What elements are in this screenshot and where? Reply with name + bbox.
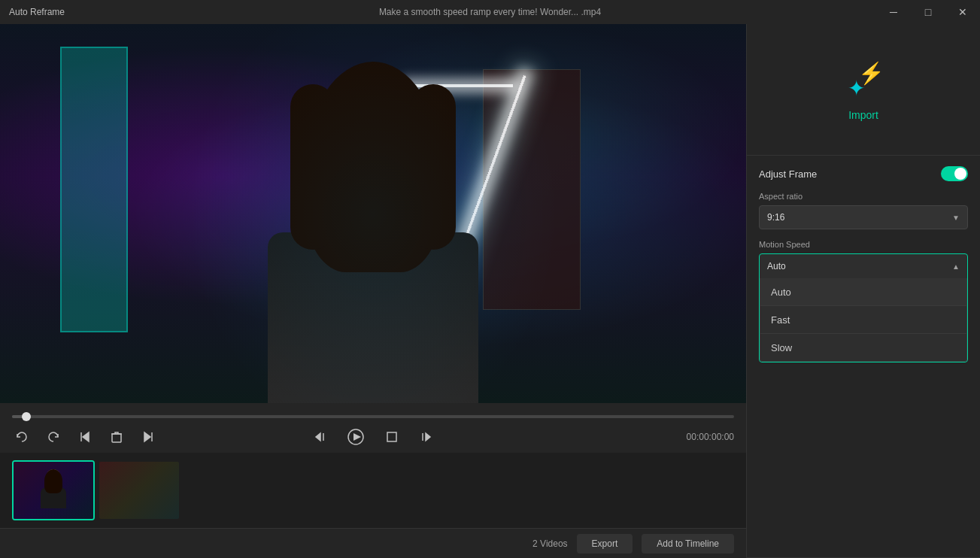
svg-marker-5 (144, 432, 150, 441)
playback-area: 00:00:00:00 (0, 403, 746, 453)
import-icon-front: ✦ (841, 73, 871, 103)
bottom-bar: 2 Videos Export Add to Timeline (0, 528, 746, 558)
delete-button[interactable] (107, 427, 126, 447)
titlebar: Auto Reframe Make a smooth speed ramp ev… (0, 0, 980, 24)
timeline-area (0, 453, 746, 528)
window-controls: ─ □ ✕ (876, 0, 980, 24)
add-to-timeline-button[interactable]: Add to Timeline (642, 534, 734, 553)
undo-button[interactable] (12, 427, 32, 447)
section-header: Adjust Frame (759, 166, 968, 181)
motion-speed-selected-value: Auto (767, 261, 786, 271)
goto-start-icon (78, 430, 92, 444)
door-element (60, 47, 128, 332)
export-button[interactable]: Export (577, 534, 633, 553)
progress-dot[interactable] (22, 412, 31, 421)
dropdown-item-slow-label: Slow (771, 342, 792, 353)
right-panel: ⚡ ✦ Import Adjust Frame Aspect ratio 9:1… (747, 24, 980, 558)
svg-marker-9 (353, 433, 361, 441)
adjust-frame-toggle[interactable] (941, 166, 968, 181)
controls-center (310, 426, 436, 448)
svg-marker-1 (83, 432, 89, 441)
thumbnail-1-hair (44, 469, 62, 493)
goto-start-button[interactable] (75, 427, 95, 447)
progress-bar-container[interactable] (12, 409, 734, 424)
adjust-frame-section: Adjust Frame Aspect ratio 9:16 ▼ Motion … (747, 156, 980, 558)
dropdown-item-auto-label: Auto (771, 287, 791, 298)
app-title: Auto Reframe (9, 7, 65, 17)
dropdown-item-slow[interactable]: Slow (760, 334, 966, 361)
step-back-button[interactable] (310, 427, 329, 447)
import-section: ⚡ ✦ Import (747, 24, 980, 156)
controls-left (12, 427, 158, 447)
timecode: 00:00:00:00 (687, 432, 734, 442)
dropdown-item-fast-label: Fast (771, 314, 790, 326)
motion-speed-dropdown[interactable]: Auto ▲ Auto Fast Slow (759, 253, 968, 362)
step-forward-icon (420, 430, 433, 444)
lightning-front-icon: ✦ (841, 73, 871, 103)
motion-speed-selected[interactable]: Auto ▲ (760, 254, 967, 278)
thumbnail-2[interactable] (98, 460, 181, 520)
delete-icon (110, 430, 123, 444)
redo-button[interactable] (44, 427, 63, 447)
thumbnail-2-bg (99, 462, 179, 519)
import-icon-stack: ⚡ ✦ (841, 58, 886, 103)
motion-speed-dropdown-list: Auto Fast Slow (760, 278, 967, 362)
aspect-ratio-value: 9:16 (767, 212, 784, 223)
close-button[interactable]: ✕ (945, 0, 980, 24)
step-back-icon (313, 430, 326, 444)
play-icon (347, 429, 364, 445)
videos-count: 2 Videos (532, 538, 567, 549)
section-title: Adjust Frame (759, 168, 817, 180)
file-title: Make a smooth speed ramp every time! Won… (379, 7, 601, 17)
thumbnail-1-person (38, 469, 68, 514)
play-button[interactable] (344, 426, 367, 448)
stop-button[interactable] (382, 427, 402, 447)
svg-rect-2 (112, 434, 121, 442)
aspect-ratio-label: Aspect ratio (759, 192, 968, 201)
import-button[interactable]: Import (848, 109, 878, 121)
controls-row: 00:00:00:00 (12, 427, 734, 447)
dropdown-item-auto[interactable]: Auto (760, 278, 966, 305)
svg-rect-10 (387, 432, 396, 441)
stop-icon (385, 430, 399, 444)
left-panel: 00:00:00:00 2 Videos Exp (0, 24, 747, 558)
svg-marker-11 (426, 433, 430, 441)
maximize-button[interactable]: □ (911, 0, 945, 24)
dropdown-up-arrow-icon: ▲ (952, 262, 960, 271)
progress-bar-track[interactable] (12, 415, 734, 418)
goto-end-icon (141, 430, 155, 444)
toggle-knob (954, 168, 966, 180)
undo-icon (15, 430, 29, 444)
person-glow (185, 24, 561, 403)
video-preview (0, 24, 746, 403)
minimize-button[interactable]: ─ (876, 0, 911, 24)
aspect-ratio-arrow-icon: ▼ (952, 214, 960, 222)
motion-speed-label: Motion Speed (759, 240, 968, 249)
goto-end-button[interactable] (138, 427, 158, 447)
dropdown-item-fast[interactable]: Fast (760, 306, 966, 333)
thumbnail-1-bg (14, 462, 93, 519)
svg-marker-6 (316, 433, 320, 441)
thumbnail-1[interactable] (12, 460, 95, 520)
video-frame (0, 24, 746, 403)
step-forward-button[interactable] (417, 427, 436, 447)
main-layout: 00:00:00:00 2 Videos Exp (0, 24, 980, 558)
aspect-ratio-select[interactable]: 9:16 ▼ (759, 205, 968, 229)
redo-icon (47, 430, 60, 444)
